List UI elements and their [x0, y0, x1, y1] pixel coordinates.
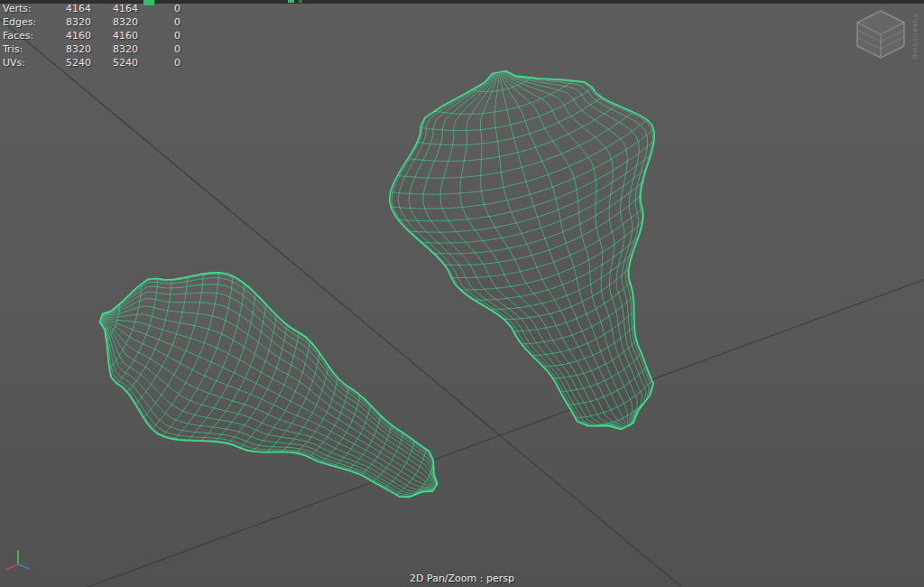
axis-x-line [5, 564, 18, 570]
hud-value-extra: 0 [138, 2, 180, 15]
watermark-text: TURBOSQUID [912, 14, 919, 60]
viewport-status-label: 2D Pan/Zoom : persp [0, 573, 924, 584]
hud-label: Tris: [3, 42, 66, 56]
hud-value-selected: 5240 [91, 56, 138, 70]
hud-value-selected: 8320 [91, 42, 138, 56]
hud-value-extra: 0 [138, 56, 180, 70]
top-strip-speck-dark [299, 0, 302, 3]
hud-label: Faces: [3, 29, 66, 42]
hud-value-total: 4160 [66, 29, 91, 42]
hud-value-total: 4164 [66, 2, 91, 15]
hud-value-extra: 0 [138, 29, 180, 42]
top-strip-speck [288, 0, 294, 3]
hud-value-total: 5240 [66, 56, 91, 70]
mesh-object-left[interactable] [99, 273, 437, 498]
hud-value-extra: 0 [138, 15, 180, 29]
viewport-canvas[interactable]: TURBOSQUID [0, 0, 924, 587]
hud-value-total: 8320 [66, 42, 91, 56]
view-axis-gizmo [5, 550, 30, 570]
axis-z-line [18, 564, 30, 569]
hud-value-selected: 4160 [91, 29, 138, 42]
hud-value-selected: 8320 [91, 15, 138, 29]
mesh-object-right[interactable] [390, 71, 655, 430]
hud-row: Faces: 4160 4160 0 [3, 29, 180, 42]
hud-value-selected: 4164 [91, 2, 138, 15]
watermark: TURBOSQUID [857, 11, 919, 60]
poly-count-hud: Verts: 4164 4164 0 Edges: 8320 8320 0 Fa… [3, 2, 180, 70]
hud-value-extra: 0 [138, 42, 180, 56]
hud-label: Edges: [3, 15, 66, 29]
hud-row: Tris: 8320 8320 0 [3, 42, 180, 56]
hud-value-total: 8320 [66, 15, 91, 29]
viewport[interactable]: TURBOSQUID Verts: 4164 4164 0 Edges: 832… [0, 0, 924, 587]
hud-row: UVs: 5240 5240 0 [3, 56, 180, 70]
hud-row: Verts: 4164 4164 0 [3, 2, 180, 15]
hud-label: Verts: [3, 2, 66, 15]
hud-label: UVs: [3, 56, 66, 70]
hud-row: Edges: 8320 8320 0 [3, 15, 180, 29]
